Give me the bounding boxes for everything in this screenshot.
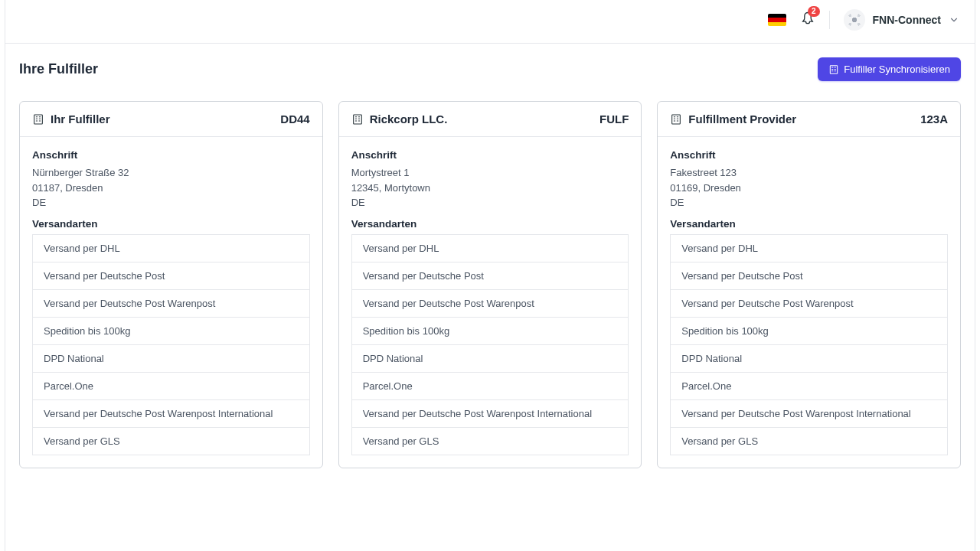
card-body: AnschriftFakestreet 12301169, DresdenDEV…: [658, 137, 960, 468]
card-title-wrap: Rickcorp LLC.: [351, 112, 448, 126]
svg-rect-2: [353, 115, 361, 124]
svg-rect-3: [672, 115, 681, 124]
shipping-item: Parcel.One: [351, 372, 629, 399]
address-city: 01187, Dresden: [32, 181, 310, 196]
shipping-item: Parcel.One: [32, 372, 310, 399]
language-flag-de[interactable]: [768, 14, 786, 26]
shipping-item: Versand per Deutsche Post Warenpost: [351, 289, 629, 317]
address-block: Nürnberger Straße 3201187, DresdenDE: [32, 165, 310, 210]
address-street: Fakestreet 123: [670, 165, 948, 181]
fulfiller-card: Fulfillment Provider123AAnschriftFakestr…: [657, 101, 961, 468]
address-label: Anschrift: [351, 149, 629, 161]
fulfiller-card: Ihr FulfillerDD44AnschriftNürnberger Str…: [19, 101, 323, 468]
card-header: Fulfillment Provider123A: [658, 102, 960, 137]
sync-button-label: Fulfiller Synchronisieren: [844, 64, 950, 75]
shipping-item: Versand per Deutsche Post Warenpost: [32, 289, 310, 317]
shipping-item: Versand per Deutsche Post: [351, 262, 629, 289]
sync-fulfiller-button[interactable]: Fulfiller Synchronisieren: [818, 57, 961, 81]
shipping-item: Versand per Deutsche Post Warenpost Inte…: [32, 399, 310, 427]
shipping-item: Versand per GLS: [32, 427, 310, 455]
shipping-item: Versand per DHL: [670, 234, 948, 262]
shipping-item: Versand per Deutsche Post Warenpost Inte…: [670, 399, 948, 427]
card-header: Ihr FulfillerDD44: [20, 102, 322, 137]
shipping-list: Versand per DHLVersand per Deutsche Post…: [32, 234, 310, 455]
address-label: Anschrift: [670, 149, 948, 161]
address-label: Anschrift: [32, 149, 310, 161]
page-header: Ihre Fulfiller Fulfiller Synchronisieren: [19, 57, 961, 81]
fulfiller-cards: Ihr FulfillerDD44AnschriftNürnberger Str…: [19, 101, 961, 468]
building-icon: [32, 113, 44, 126]
svg-rect-0: [831, 65, 838, 73]
shipping-item: DPD National: [32, 344, 310, 372]
account-menu[interactable]: FNN-Connect: [844, 9, 959, 31]
avatar: [844, 9, 865, 31]
address-city: 12345, Mortytown: [351, 181, 629, 196]
shipping-item: DPD National: [670, 344, 948, 372]
address-block: Mortystreet 112345, MortytownDE: [351, 165, 629, 210]
notification-badge: 2: [808, 6, 820, 17]
shipping-list: Versand per DHLVersand per Deutsche Post…: [670, 234, 948, 455]
fulfiller-name: Rickcorp LLC.: [370, 112, 448, 126]
divider: [829, 11, 830, 29]
address-country: DE: [351, 195, 629, 210]
building-icon: [351, 113, 364, 126]
account-name: FNN-Connect: [873, 14, 941, 26]
chevron-down-icon: [949, 15, 959, 25]
fulfiller-card: Rickcorp LLC.FULFAnschriftMortystreet 11…: [338, 101, 642, 468]
shipping-item: Versand per Deutsche Post: [670, 262, 948, 289]
card-header: Rickcorp LLC.FULF: [339, 102, 642, 137]
fulfiller-name: Ihr Fulfiller: [51, 112, 110, 126]
svg-rect-1: [34, 115, 43, 124]
fulfiller-code: 123A: [920, 112, 948, 126]
shipping-item: Versand per GLS: [670, 427, 948, 455]
card-title-wrap: Ihr Fulfiller: [32, 112, 110, 126]
shipping-types-label: Versandarten: [670, 218, 948, 230]
card-title-wrap: Fulfillment Provider: [670, 112, 796, 126]
address-city: 01169, Dresden: [670, 181, 948, 196]
address-street: Mortystreet 1: [351, 165, 629, 181]
card-body: AnschriftMortystreet 112345, MortytownDE…: [339, 137, 642, 468]
shipping-types-label: Versandarten: [32, 218, 310, 230]
address-street: Nürnberger Straße 32: [32, 165, 310, 181]
shipping-item: Spedition bis 100kg: [670, 317, 948, 344]
shipping-item: Versand per Deutsche Post Warenpost: [670, 289, 948, 317]
shipping-item: Spedition bis 100kg: [32, 317, 310, 344]
shipping-item: Spedition bis 100kg: [351, 317, 629, 344]
address-country: DE: [670, 195, 948, 210]
shipping-list: Versand per DHLVersand per Deutsche Post…: [351, 234, 629, 455]
fulfiller-code: FULF: [599, 112, 629, 126]
shipping-item: Versand per GLS: [351, 427, 629, 455]
address-block: Fakestreet 12301169, DresdenDE: [670, 165, 948, 210]
page-title: Ihre Fulfiller: [19, 61, 98, 77]
shipping-item: Parcel.One: [670, 372, 948, 399]
shipping-item: Versand per DHL: [32, 234, 310, 262]
fulfiller-name: Fulfillment Provider: [688, 112, 796, 126]
building-icon: [670, 113, 682, 126]
card-body: AnschriftNürnberger Straße 3201187, Dres…: [20, 137, 322, 468]
shipping-item: Versand per Deutsche Post: [32, 262, 310, 289]
fulfiller-code: DD44: [280, 112, 309, 126]
shipping-types-label: Versandarten: [351, 218, 629, 230]
shipping-item: Versand per DHL: [351, 234, 629, 262]
notifications-button[interactable]: 2: [800, 11, 815, 29]
top-bar: 2 FNN-Connect: [5, 0, 975, 44]
shipping-item: DPD National: [351, 344, 629, 372]
building-icon: [828, 64, 839, 75]
address-country: DE: [32, 195, 310, 210]
shipping-item: Versand per Deutsche Post Warenpost Inte…: [351, 399, 629, 427]
